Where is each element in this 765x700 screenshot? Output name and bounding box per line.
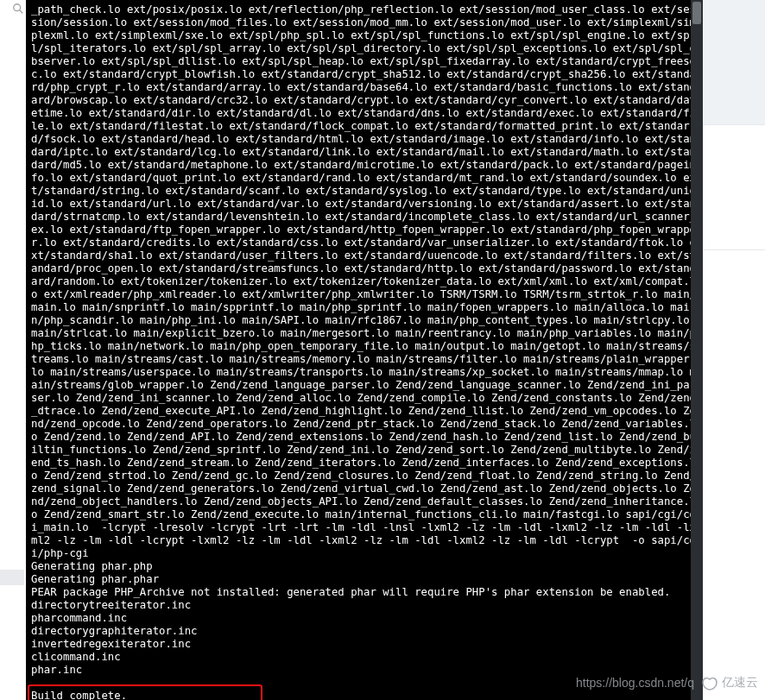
svg-line-1 xyxy=(20,10,23,14)
page-right-margin xyxy=(702,0,765,700)
margin-segment xyxy=(703,125,765,250)
terminal-window: _path_check.lo ext/posix/posix.lo ext/re… xyxy=(26,0,703,700)
search-icon xyxy=(12,3,24,15)
terminal-line: Generating phar.phar xyxy=(31,573,159,585)
terminal-scrollbar[interactable] xyxy=(691,0,703,700)
terminal-line: clicommand.inc xyxy=(31,651,121,663)
terminal-line: pharcommand.inc xyxy=(31,612,127,624)
terminal-line: Build complete. xyxy=(31,690,127,700)
terminal-line: invertedregexiterator.inc xyxy=(31,638,191,650)
terminal-line: directorytreeiterator.inc xyxy=(31,599,191,611)
terminal-output: _path_check.lo ext/posix/posix.lo ext/re… xyxy=(31,3,698,700)
margin-segment xyxy=(703,0,765,125)
terminal-line: directorygraphiterator.inc xyxy=(31,625,198,637)
terminal-line: PEAR package PHP_Archive not installed: … xyxy=(31,586,670,598)
svg-point-0 xyxy=(14,4,21,11)
scrollbar-thumb[interactable] xyxy=(692,2,701,24)
terminal-line: Generating phar.php xyxy=(31,560,153,572)
compile-objects-block: _path_check.lo ext/posix/posix.lo ext/re… xyxy=(31,3,696,559)
page-left-tab xyxy=(0,570,24,585)
terminal-line: phar.inc xyxy=(31,664,82,676)
